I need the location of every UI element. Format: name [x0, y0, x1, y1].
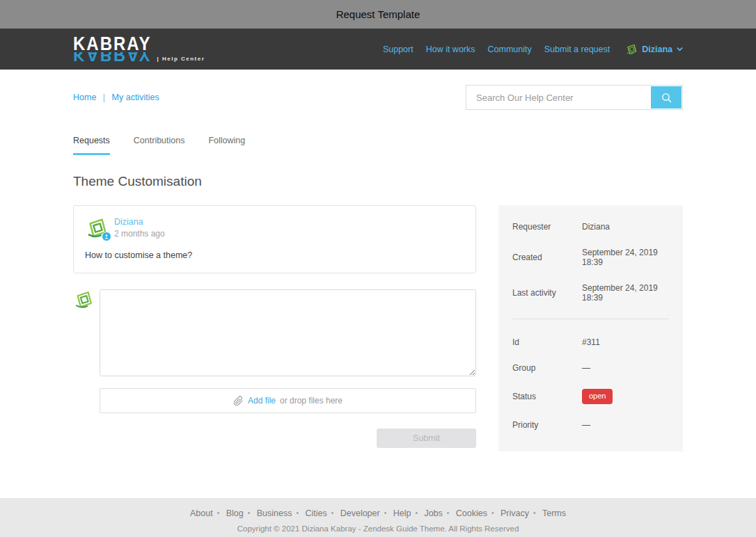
page-title: Theme Customisation [73, 174, 683, 189]
user-menu[interactable]: Diziana [625, 43, 683, 56]
status-badge: open [582, 389, 613, 404]
user-name: Diziana [642, 45, 672, 54]
breadcrumb: Home | My activities [73, 93, 159, 102]
user-avatar-icon [625, 43, 638, 56]
detail-row-id: Id #311 [512, 337, 669, 347]
comment-card: Diziana 2 months ago How to customise a … [73, 205, 476, 273]
tab-contributions[interactable]: Contributions [134, 136, 185, 155]
detail-row-group: Group — [512, 363, 669, 373]
bullet-separator: • [217, 509, 220, 517]
footer-link-blog[interactable]: Blog [226, 508, 244, 518]
detail-label: Last activity [512, 288, 582, 298]
footer-link-privacy[interactable]: Privacy [501, 508, 529, 518]
footer-link-cities[interactable]: Cities [305, 508, 326, 518]
detail-value: Diziana [582, 222, 610, 232]
submit-button[interactable]: Submit [377, 428, 476, 448]
detail-row-requester: Requester Diziana [512, 222, 669, 232]
bullet-separator: • [533, 509, 536, 517]
logo-text: KABRAY [73, 35, 205, 52]
reply-avatar [73, 289, 94, 310]
search-icon [661, 92, 672, 104]
bullet-separator: • [415, 509, 418, 517]
comment-timestamp: 2 months ago [114, 229, 165, 239]
bullet-separator: • [491, 509, 494, 517]
detail-row-status: Status open [512, 389, 669, 404]
footer-link-jobs[interactable]: Jobs [424, 508, 442, 518]
bullet-separator: • [447, 509, 450, 517]
bullet-separator: • [296, 509, 299, 517]
search-bar [466, 85, 683, 110]
avatar-logo-icon [73, 289, 94, 310]
chevron-down-icon [677, 46, 683, 52]
breadcrumb-home[interactable]: Home [73, 93, 96, 102]
breadcrumb-my-activities[interactable]: My activities [112, 93, 159, 102]
reply-textarea[interactable] [100, 289, 476, 376]
site-logo[interactable]: KABRAY KABRAY | Help Center [73, 37, 205, 63]
detail-label: Id [512, 337, 582, 347]
window-title: Request Template [336, 8, 420, 20]
nav-support[interactable]: Support [383, 45, 414, 54]
comment-author-link[interactable]: Diziana [114, 217, 165, 227]
breadcrumb-separator: | [103, 93, 105, 102]
footer-link-business[interactable]: Business [257, 508, 292, 518]
comment-body: How to customise a theme? [85, 250, 464, 260]
detail-label: Requester [512, 222, 582, 232]
detail-row-priority: Priority — [512, 420, 669, 430]
detail-row-created: Created September 24, 2019 18:39 [512, 248, 669, 267]
search-button[interactable] [651, 86, 682, 109]
footer-link-cookies[interactable]: Cookies [456, 508, 487, 518]
request-details-panel: Requester Diziana Created September 24, … [498, 205, 683, 451]
page-footer: About• Blog• Business• Cities• Developer… [0, 498, 756, 537]
tab-requests[interactable]: Requests [73, 136, 110, 155]
footer-links: About• Blog• Business• Cities• Developer… [0, 508, 756, 518]
footer-link-developer[interactable]: Developer [340, 508, 380, 518]
bullet-separator: • [384, 509, 387, 517]
logo-reflection: KABRAY [73, 52, 151, 63]
bullet-separator: • [331, 509, 334, 517]
detail-value: September 24, 2019 18:39 [582, 283, 669, 303]
detail-label: Created [512, 253, 582, 262]
detail-row-last-activity: Last activity September 24, 2019 18:39 [512, 283, 669, 303]
main-content: Home | My activities Requests Contributi… [73, 70, 683, 498]
window-title-bar: Request Template [0, 0, 756, 29]
nav-how-it-works[interactable]: How it works [426, 45, 475, 54]
detail-label: Priority [512, 420, 582, 430]
details-divider [512, 319, 669, 319]
activity-tabs: Requests Contributions Following [73, 136, 683, 155]
agent-badge-icon [102, 232, 111, 241]
footer-link-help[interactable]: Help [393, 508, 411, 518]
avatar [85, 216, 109, 240]
tab-following[interactable]: Following [208, 136, 245, 155]
logo-subtitle: | Help Center [157, 56, 205, 62]
detail-label: Group [512, 363, 582, 373]
detail-label: Status [512, 392, 582, 401]
footer-link-about[interactable]: About [190, 508, 213, 518]
detail-value: #311 [582, 337, 600, 347]
detail-value: — [582, 363, 590, 373]
file-drop-zone[interactable]: Add file or drop files here [100, 388, 476, 413]
search-input[interactable] [466, 86, 649, 109]
detail-value: September 24, 2019 18:39 [582, 248, 669, 267]
site-header: KABRAY KABRAY | Help Center Support How … [0, 29, 756, 70]
nav-community[interactable]: Community [488, 45, 532, 54]
paperclip-icon [233, 396, 244, 406]
add-file-link[interactable]: Add file [248, 396, 276, 406]
drop-files-hint: or drop files here [280, 396, 342, 406]
header-nav: Support How it works Community Submit a … [383, 43, 683, 56]
nav-submit-request[interactable]: Submit a request [544, 45, 611, 54]
detail-value: — [582, 420, 590, 430]
footer-link-terms[interactable]: Terms [542, 508, 566, 518]
copyright-text: Copyright © 2021 Diziana Kabray - Zendes… [0, 524, 756, 533]
bullet-separator: • [248, 509, 251, 517]
